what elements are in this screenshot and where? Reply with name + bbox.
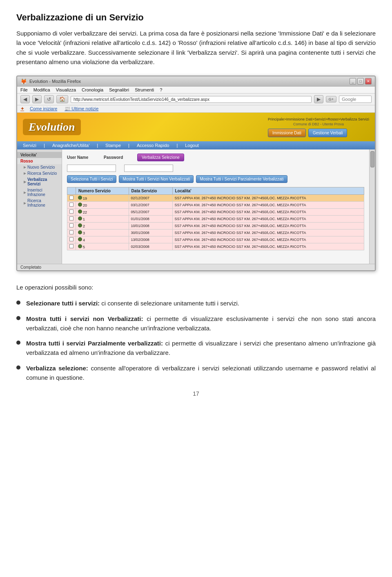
row-status-icon [78,216,82,221]
row-data: 05/12/2007 [129,209,172,216]
row-data: 30/01/2008 [129,229,172,236]
table-row[interactable]: 1 01/01/2008 SS7 APPIA KM. 267+450 INCRO… [67,216,364,223]
nav-separator1: | [42,143,47,148]
browser-bookmarks: ✦ Come iniziare 📰 Ultime notizie [17,105,375,113]
scrollbar[interactable] [369,149,375,264]
menu-segnalibri[interactable]: Segnalibri [109,87,129,92]
browser-icon: 🦊 [20,78,27,85]
list-item-verbalizza: Verbalizza selezione: consente all'opera… [16,363,376,383]
menu-file[interactable]: File [20,87,28,92]
sidebar-item-nuovo-servizio[interactable]: Nuovo Servizio [17,164,62,170]
nav-accesso[interactable]: Accesso Rapido [135,143,171,148]
list-item-mostra-parz: Mostra tutti i servizi Parzialmente verb… [16,339,376,358]
scroll-thumb[interactable] [370,151,374,167]
go-button[interactable]: ▶ [314,95,323,103]
url-bar[interactable] [71,96,312,103]
form-inputs-row [67,165,364,172]
nav-logout[interactable]: Logout [183,143,200,148]
google-icon[interactable]: G+ [326,96,336,102]
row-checkbox-cell[interactable] [67,216,76,223]
forward-button[interactable]: ▶ [32,95,42,103]
comune-label: Comune di DB2 - Utente Prova [268,122,369,126]
list-item-verbalizza-text: Verbalizza selezione: consente all'opera… [26,363,376,383]
nav-separator4: | [175,143,179,148]
sidebar-item-inserisci-infrazione[interactable]: Inserisci Infrazione [17,187,62,198]
nav-servizi[interactable]: Servizi [21,143,38,148]
row-checkbox-cell[interactable] [67,243,76,250]
home-button[interactable]: 🏠 [56,95,68,103]
sidebar-item-ricerca-servizio[interactable]: Ricerca Servizio [17,170,62,176]
search-input[interactable] [339,96,372,103]
row-checkbox-cell[interactable] [67,202,76,209]
minimize-button[interactable]: _ [350,78,356,85]
row-checkbox-cell[interactable] [67,209,76,216]
menu-cronologia[interactable]: Cronologia [82,87,103,92]
menu-modifica[interactable]: Modifica [33,87,50,92]
table-row[interactable]: 22 05/12/2007 SS7 APPIA KM. 267+450 INCR… [67,209,364,216]
sidebar-header: Velocita' [17,152,62,158]
verbalizza-selezione-button[interactable]: Verbalizza Selezione [137,154,184,161]
row-checkbox-cell[interactable] [67,229,76,236]
table-header-num [67,187,76,195]
immissione-dati-button[interactable]: Immissione Dati [268,129,306,137]
table-row[interactable]: 2 10/01/2008 SS7 APPIA KM. 267+450 INCRO… [67,223,364,229]
row-numero: 20 [76,202,129,209]
sidebar-item-ricerca-infrazione[interactable]: Ricerca Infrazione [17,198,62,208]
table-row[interactable]: 3 30/01/2008 SS7 APPIA KM. 267+450 INCRO… [67,229,364,236]
row-localita: SS7 APPIA KM. 267+450 INCROCIO SS7 KM. 2… [172,209,364,216]
row-localita: SS7 APPIA KM. 267+450 INCROCIO SS7 KM. 2… [172,229,364,236]
row-status-icon [78,244,82,248]
menu-help[interactable]: ? [160,87,162,92]
row-data: 13/02/2008 [129,236,172,243]
row-status-icon [78,203,82,207]
seleziona-tutti-button[interactable]: Seleziona Tutti i Servizi [67,175,116,183]
bookmark-ultime-notizie[interactable]: 📰 Ultime notizie [65,106,98,111]
list-item-seleziona: Selezionare tutti i servizi: ci consente… [16,299,376,308]
browser-controls: _ □ ✕ [350,78,372,85]
table-header-localita: Localita' [172,187,364,195]
row-checkbox-cell[interactable] [67,236,76,243]
app-content: Evolution Principale>Immissione Dati>Ser… [17,113,375,270]
row-checkbox-cell[interactable] [67,223,76,229]
row-numero: 1 [76,216,129,223]
table-row[interactable]: 19 02/12/2007 SS7 APPIA KM. 267+450 INCR… [67,195,364,202]
bullet-dot-2 [16,316,20,320]
sidebar-section: Rosso [17,158,62,164]
row-status-icon [78,209,82,214]
row-numero: 3 [76,229,129,236]
table-row[interactable]: 4 13/02/2008 SS7 APPIA KM. 267+450 INCRO… [67,236,364,243]
mostra-parz-verb-button[interactable]: Mostra Tutti i Servizi Parzialmente Verb… [196,175,287,183]
table-header-numero: Numero Servizio [76,187,129,195]
list-item-seleziona-text: Selezionare tutti i servizi: ci consente… [26,299,376,308]
menu-visualizza[interactable]: Visualizza [56,87,76,92]
nav-stampe[interactable]: Stampe [104,143,122,148]
nav-separator3: | [127,143,131,148]
row-checkbox-cell[interactable] [67,195,76,202]
page-title: Verbalizzazione di un Servizio [16,12,376,23]
bookmark-come-iniziare[interactable]: Come iniziare [30,106,57,111]
table-row[interactable]: 5 02/03/2008 SS7 APPIA KM. 267+450 INCRO… [67,243,364,250]
nav-anagrafiche[interactable]: Anagrafiche/Utilita' [51,143,91,148]
row-numero: 19 [76,195,129,202]
mostra-non-verb-button[interactable]: Mostra Tutti i Servizi Non Verbalizzati [119,175,194,183]
username-input[interactable] [67,165,116,172]
sidebar-item-verbalizza-servizi[interactable]: Verbalizza Servizi [17,176,62,187]
menu-strumenti[interactable]: Strumenti [135,87,154,92]
row-status-icon [78,223,82,227]
row-status-icon [78,196,82,200]
app-nav: Servizi | Anagrafiche/Utilita' | Stampe … [17,141,375,149]
row-localita: SS7 APPIA KM. 267+450 INCROCIO SS7 KM. 2… [172,195,364,202]
back-button[interactable]: ◀ [20,95,30,103]
reload-button[interactable]: ↺ [44,95,54,103]
row-numero: 5 [76,243,129,250]
row-data: 03/12/2007 [129,202,172,209]
list-item-mostra-parz-text: Mostra tutti i servizi Parzialmente verb… [26,339,376,358]
password-input[interactable] [124,165,173,172]
row-data: 10/01/2008 [129,223,172,229]
gestione-verbali-button[interactable]: Gestione Verbali [308,129,347,137]
browser-window: 🦊 Evolution - Mozilla Firefox _ □ ✕ File… [16,76,376,271]
row-numero: 4 [76,236,129,243]
maximize-button[interactable]: □ [357,78,364,85]
close-button[interactable]: ✕ [365,78,372,85]
table-row[interactable]: 20 03/12/2007 SS7 APPIA KM. 267+450 INCR… [67,202,364,209]
